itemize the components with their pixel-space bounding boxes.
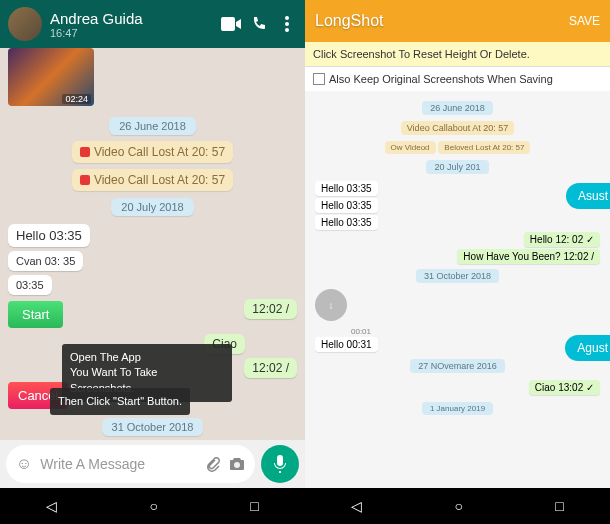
outgoing-message: How Have You Been? 12:02 / bbox=[457, 249, 600, 264]
outgoing-message[interactable]: 12:02 / bbox=[244, 358, 297, 378]
incoming-message[interactable]: Cvan 03: 35 bbox=[8, 251, 83, 271]
longshot-header: LongShot SAVE bbox=[305, 0, 610, 42]
header-time: 16:47 bbox=[50, 27, 213, 39]
system-message: Beloved Lost At 20: 57 bbox=[438, 141, 530, 154]
input-bar: ☺ Write A Message bbox=[0, 440, 305, 488]
save-button[interactable]: SAVE bbox=[569, 14, 600, 28]
avatar[interactable] bbox=[8, 7, 42, 41]
back-icon[interactable]: ◁ bbox=[46, 498, 57, 514]
date-chip: 26 June 2018 bbox=[422, 101, 493, 115]
incoming-message: Hello 03:35 bbox=[315, 181, 378, 196]
message-input-box[interactable]: ☺ Write A Message bbox=[6, 445, 255, 483]
info-bar: Click Screenshot To Reset Height Or Dele… bbox=[305, 42, 610, 67]
svg-point-3 bbox=[234, 462, 240, 468]
checkbox-icon[interactable] bbox=[313, 73, 325, 85]
voice-call-icon[interactable] bbox=[249, 14, 269, 34]
mic-button[interactable] bbox=[261, 445, 299, 483]
android-navbar: ◁ ○ □ bbox=[0, 488, 305, 524]
svg-point-1 bbox=[285, 22, 289, 26]
system-message: Video Call Lost At 20: 57 bbox=[72, 169, 233, 191]
incoming-message[interactable]: Hello 03:35 bbox=[8, 224, 90, 247]
checkbox-label: Also Keep Original Screenshots When Savi… bbox=[329, 73, 553, 85]
date-chip: 27 NOvemare 2016 bbox=[410, 359, 505, 373]
recent-icon[interactable]: □ bbox=[250, 498, 258, 514]
audio-duration: 00:01 bbox=[351, 327, 600, 336]
download-icon[interactable]: ↓ bbox=[315, 289, 347, 321]
incoming-message: Hello 03:35 bbox=[315, 215, 378, 230]
app-title: LongShot bbox=[315, 12, 384, 30]
date-chip: 1 January 2019 bbox=[422, 402, 493, 415]
system-message: Video Call Lost At 20: 57 bbox=[72, 141, 233, 163]
whatsapp-header: Andrea Guida 16:47 bbox=[0, 0, 305, 48]
outgoing-message: Hello 12: 02 ✓ bbox=[524, 232, 600, 247]
date-chip: 31 October 2018 bbox=[102, 418, 204, 436]
stitched-preview[interactable]: 26 June 2018 Video Callabout At 20: 57 O… bbox=[305, 91, 610, 488]
chat-body[interactable]: 02:24 26 June 2018 Video Call Lost At 20… bbox=[0, 48, 305, 440]
incoming-message: Hello 03:35 bbox=[315, 198, 378, 213]
date-chip: 20 July 201 bbox=[426, 160, 488, 174]
svg-point-0 bbox=[285, 16, 289, 20]
more-icon[interactable] bbox=[277, 14, 297, 34]
marker-button[interactable]: Asust bbox=[566, 183, 610, 209]
video-icon bbox=[80, 175, 90, 185]
contact-name[interactable]: Andrea Guida bbox=[50, 10, 213, 27]
message-input[interactable]: Write A Message bbox=[40, 456, 197, 472]
whatsapp-panel: Andrea Guida 16:47 02:24 26 June 2018 Vi… bbox=[0, 0, 305, 524]
android-navbar: ◁ ○ □ bbox=[305, 488, 610, 524]
system-message: Video Callabout At 20: 57 bbox=[401, 121, 514, 135]
date-chip: 31 October 2018 bbox=[416, 269, 499, 283]
back-icon[interactable]: ◁ bbox=[351, 498, 362, 514]
marker-button[interactable]: Agust bbox=[565, 335, 610, 361]
keep-originals-option[interactable]: Also Keep Original Screenshots When Savi… bbox=[305, 67, 610, 91]
media-thumbnail[interactable]: 02:24 bbox=[8, 48, 94, 106]
incoming-message: Hello 00:31 bbox=[315, 337, 378, 352]
media-duration: 02:24 bbox=[62, 94, 91, 104]
instruction-tooltip: Then Click "Start" Button. bbox=[50, 388, 190, 415]
video-call-icon[interactable] bbox=[221, 14, 241, 34]
home-icon[interactable]: ○ bbox=[455, 498, 463, 514]
longshot-panel: LongShot SAVE Click Screenshot To Reset … bbox=[305, 0, 610, 524]
start-button[interactable]: Start bbox=[8, 301, 63, 328]
attach-icon[interactable] bbox=[205, 456, 221, 472]
emoji-icon[interactable]: ☺ bbox=[16, 455, 32, 473]
recent-icon[interactable]: □ bbox=[555, 498, 563, 514]
date-chip: 26 June 2018 bbox=[109, 117, 196, 135]
svg-point-2 bbox=[285, 28, 289, 32]
home-icon[interactable]: ○ bbox=[150, 498, 158, 514]
outgoing-message[interactable]: 12:02 / bbox=[244, 299, 297, 319]
outgoing-message: Ciao 13:02 ✓ bbox=[529, 380, 600, 395]
date-chip: 20 July 2018 bbox=[111, 198, 193, 216]
system-message: Ow Videod bbox=[385, 141, 436, 154]
video-icon bbox=[80, 147, 90, 157]
incoming-message[interactable]: 03:35 bbox=[8, 275, 52, 295]
camera-icon[interactable] bbox=[229, 457, 245, 471]
